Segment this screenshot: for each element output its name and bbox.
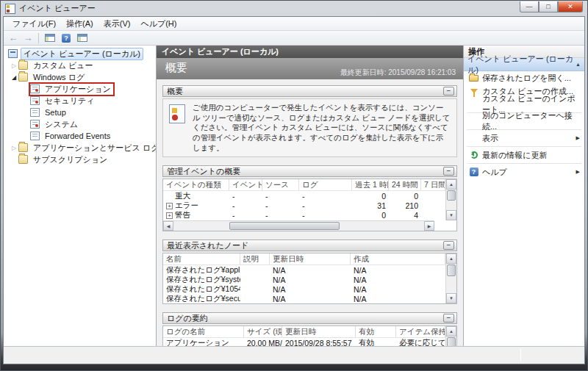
client-area: ファイル(F) 操作(A) 表示(V) ヘルプ(H) ← → ? イベント ビュ… [3, 16, 585, 364]
section-title: 最近表示されたノード [167, 240, 248, 251]
column-header[interactable]: ログの名前 [163, 326, 244, 337]
tree-item-apps-services-logs[interactable]: ▷ アプリケーションとサービス ログ [5, 142, 156, 154]
section-title: 管理イベントの概要 [167, 166, 240, 177]
section-header-overview[interactable]: 概要 − [162, 85, 457, 97]
tree-item-label: カスタム ビュー [31, 60, 96, 71]
column-header[interactable]: アイテム保持ポリシー [396, 326, 445, 337]
scroll-up-arrow[interactable]: ▲ [446, 253, 456, 264]
overview-banner: 概要 最終更新日時: 2015/09/28 16:21:03 [157, 58, 463, 79]
table-row[interactable]: +警告 - - - 0 4 [163, 210, 445, 220]
maximize-button[interactable]: □ [539, 1, 558, 12]
scroll-up-arrow[interactable]: ▲ [446, 326, 456, 336]
tree-item-subscriptions[interactable]: サブスクリプション [5, 154, 156, 165]
action-connect-to-computer[interactable]: 別のコンピューターへ接続... [464, 115, 584, 128]
column-header[interactable]: 説明 [240, 253, 270, 264]
show-console-tree-button[interactable] [43, 32, 57, 44]
actions-group-header[interactable]: イベント ビューアー (ローカル) ▲ [464, 58, 584, 71]
action-refresh[interactable]: 最新の情報に更新 [464, 148, 584, 162]
vertical-scrollbar[interactable]: ▲ ▼ [445, 179, 456, 220]
expand-icon[interactable]: + [166, 203, 173, 209]
collapse-button[interactable]: − [443, 241, 454, 250]
tree-item-setup[interactable]: Setup [5, 107, 156, 118]
column-header[interactable]: 作成 [351, 253, 445, 264]
scroll-left-arrow[interactable]: ◀ [163, 221, 173, 231]
scroll-right-arrow[interactable]: ▶ [424, 221, 434, 231]
tree-item-windows-logs[interactable]: ◢ Windows ログ [5, 71, 156, 83]
collapsed-expander-icon[interactable]: ▷ [10, 62, 18, 69]
action-import-custom-view[interactable]: カスタム ビューのインポート... [464, 98, 584, 111]
column-header[interactable]: 24 時間 [389, 179, 421, 190]
column-header[interactable]: 名前 [163, 253, 240, 264]
collapse-button[interactable]: − [443, 167, 454, 176]
tree-item-security[interactable]: セキュリティ [5, 95, 156, 107]
section-admin-events: 管理イベントの概要 − イベントの種類 イベント ID ソース ログ 過去 [162, 165, 457, 231]
tree-item-application[interactable]: アプリケーション [5, 83, 156, 95]
close-button[interactable]: ✕ [558, 1, 583, 12]
scroll-up-arrow[interactable]: ▲ [446, 179, 456, 190]
scrollbar-thumb[interactable] [447, 337, 456, 346]
scroll-down-arrow[interactable]: ▼ [446, 210, 456, 220]
section-header-log-summary[interactable]: ログの要約 − [162, 312, 457, 324]
minimize-button[interactable]: — [520, 1, 539, 12]
table-row[interactable]: アプリケーション 20.00 MB/... 2015/09/28 8:55:57… [163, 338, 445, 346]
scroll-down-arrow[interactable]: ▼ [446, 293, 456, 303]
overview-description: ご使用のコンピューターで発生したイベントを表示するには、コンソール ツリーで適切… [193, 103, 451, 153]
section-header-admin-events[interactable]: 管理イベントの概要 − [162, 165, 457, 177]
action-view[interactable]: 表示 ▶ [464, 132, 584, 145]
tree-item-forwarded-events[interactable]: Forwarded Events [5, 130, 156, 142]
tree-item-system[interactable]: システム [5, 118, 156, 130]
column-header[interactable]: イベント ID [229, 179, 262, 190]
tree-item-custom-views[interactable]: ▷ カスタム ビュー [5, 60, 156, 71]
work-area: イベント ビューアー (ローカル) ▷ カスタム ビュー ◢ Windows ロ… [4, 46, 584, 346]
apps-services-folder-icon [18, 143, 28, 152]
forward-button[interactable]: → [21, 32, 35, 44]
vertical-scrollbar[interactable]: ▲ ▼ [445, 326, 456, 346]
tree-item-root[interactable]: イベント ビューアー (ローカル) [5, 48, 156, 60]
expanded-expander-icon[interactable]: ◢ [10, 74, 18, 81]
last-updated-text: 最終更新日時: 2015/09/28 16:21:03 [340, 68, 456, 78]
collapse-button[interactable]: − [443, 314, 454, 323]
column-header[interactable]: 有効 [356, 326, 396, 337]
table-row[interactable]: 保存されたログ¥application N/A N/A [163, 265, 445, 275]
application-log-icon [30, 84, 40, 93]
expand-icon[interactable]: + [166, 212, 173, 219]
column-header[interactable]: イベントの種類 [163, 179, 229, 190]
column-header[interactable]: サイズ (現... [244, 326, 282, 337]
column-header[interactable]: ログ [299, 179, 352, 190]
column-header[interactable]: 過去 1 時間 [352, 179, 389, 190]
column-header[interactable]: 7 日間 [421, 179, 445, 190]
collapse-button[interactable]: − [443, 87, 454, 96]
help-button[interactable]: ? [59, 32, 74, 44]
column-header[interactable]: 更新日時 [282, 326, 356, 337]
table-row[interactable]: +エラー - - - 31 210 [163, 201, 445, 210]
action-help[interactable]: ? ヘルプ ▶ [464, 165, 584, 179]
help-icon: ? [62, 34, 71, 43]
menu-action[interactable]: 操作(A) [61, 17, 98, 31]
vertical-scrollbar[interactable]: ▲ ▼ [445, 253, 456, 303]
collapsed-expander-icon[interactable]: ▷ [10, 145, 18, 151]
section-overview: 概要 − ご使用のコンピューターで発生したイベントを表示するには、コンソール ツ… [162, 85, 457, 157]
collapse-group-icon[interactable]: ▲ [576, 62, 581, 67]
action-pane-icon [77, 34, 87, 42]
scrollbar-thumb[interactable] [447, 264, 456, 276]
table-row[interactable]: 重大 - - - 0 0 [163, 191, 445, 201]
table-row[interactable]: 保存されたログ¥105427 N/A N/A [163, 284, 445, 294]
action-open-saved-log[interactable]: 保存されたログを開く... [464, 71, 584, 84]
show-action-pane-button[interactable] [75, 32, 90, 44]
column-header[interactable]: 更新日時 [270, 253, 351, 264]
horizontal-scrollbar[interactable]: ◀ ▶ [163, 220, 434, 231]
menu-view[interactable]: 表示(V) [98, 17, 136, 31]
column-header[interactable]: ソース [262, 179, 299, 190]
menu-file[interactable]: ファイル(F) [7, 17, 61, 31]
scrollbar-thumb[interactable] [447, 190, 456, 201]
back-button[interactable]: ← [7, 32, 20, 44]
summary-body: 概要 − ご使用のコンピューターで発生したイベントを表示するには、コンソール ツ… [157, 79, 463, 346]
menu-help[interactable]: ヘルプ(H) [135, 17, 182, 31]
section-header-recent-nodes[interactable]: 最近表示されたノード − [162, 239, 457, 251]
banner-title: 概要 [165, 61, 187, 75]
title-bar[interactable]: イベント ビューアー — □ ✕ [1, 1, 587, 16]
section-title: 概要 [167, 86, 183, 97]
table-row[interactable]: 保存されたログ¥system N/A N/A [163, 275, 445, 284]
table-row[interactable]: 保存されたログ¥security N/A N/A [163, 294, 445, 303]
scrollbar-thumb[interactable] [229, 222, 340, 230]
